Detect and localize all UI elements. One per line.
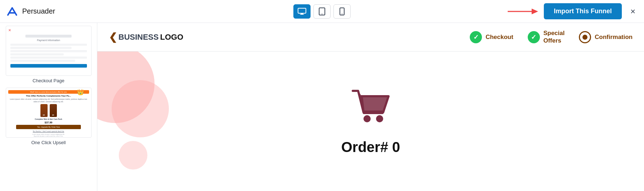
steps-nav: ✓ Checkout ✓ Special Offers Confi xyxy=(470,30,633,44)
thumb-payment-label: Payment Information xyxy=(10,39,87,41)
step-confirmation-radio-inner xyxy=(582,35,587,40)
step-confirmation: Confirmation xyxy=(579,31,633,43)
device-mobile-button[interactable] xyxy=(333,4,351,19)
upsell-cta: Yes, Upgrade My Order Now xyxy=(16,125,81,129)
sidebar-item-upsell[interactable]: 👑 Wait! here is a one time exclusive off… xyxy=(6,88,92,145)
arrow-indicator xyxy=(506,6,538,17)
step-checkout: ✓ Checkout xyxy=(470,31,513,43)
step-checkout-check-icon: ✓ xyxy=(470,31,482,43)
step-confirmation-label: Confirmation xyxy=(595,34,633,41)
svg-rect-2 xyxy=(300,14,304,15)
step-special-offers: ✓ Special Offers xyxy=(528,30,565,44)
upsell-desc: Lorem ipsum dolor sit amet, consect adip… xyxy=(8,98,89,103)
step-special-offers-line2: Offers xyxy=(543,37,565,44)
top-bar: Persuader xyxy=(0,0,644,23)
device-desktop-button[interactable] xyxy=(293,4,311,19)
content-body: Order# 0 xyxy=(97,52,644,191)
svg-rect-0 xyxy=(298,8,306,13)
main-layout: ✕ Payment Information Checkout Page xyxy=(0,23,644,191)
step-special-offers-check-icon: ✓ xyxy=(528,31,540,43)
arrow-icon xyxy=(506,6,538,17)
blob-small xyxy=(119,141,147,170)
svg-point-6 xyxy=(342,14,342,14)
upsell-price: $37.99 xyxy=(45,121,52,124)
blob-medium xyxy=(112,80,169,137)
business-logo: ❮ BUSINESS LOGO xyxy=(109,31,183,43)
confirmation-content: Order# 0 xyxy=(341,87,400,155)
upsell-product-label: Complete Skin & Hair Care Pack xyxy=(35,118,62,120)
app-logo-icon xyxy=(6,5,19,18)
order-number: Order# 0 xyxy=(341,139,400,155)
svg-point-4 xyxy=(322,14,322,14)
thumb-close-icon: ✕ xyxy=(8,28,11,32)
step-special-offers-label: Special Offers xyxy=(543,30,565,44)
upsell-title: This Offer Perfectly Complements Your Pu… xyxy=(25,95,73,97)
upsell-decline-link: No thanks, I don't want special deal thi… xyxy=(33,130,64,132)
sidebar-item-checkout[interactable]: ✕ Payment Information Checkout Page xyxy=(6,26,92,83)
device-selector xyxy=(293,4,351,19)
checkout-thumb: ✕ Payment Information xyxy=(6,26,92,76)
logo-area: Persuader xyxy=(6,5,77,18)
blob-decoration xyxy=(97,52,212,191)
crown-icon: 👑 xyxy=(77,89,84,96)
svg-point-10 xyxy=(364,115,371,122)
checkout-page-label: Checkout Page xyxy=(33,78,64,83)
logo-chevron-icon: ❮ xyxy=(109,31,117,43)
logo-text-business: BUSINESS xyxy=(118,33,158,42)
upsell-page-label: One Click Upsell xyxy=(31,140,65,145)
content-area: ❮ BUSINESS LOGO ✓ Checkout ✓ Special Off… xyxy=(97,23,644,191)
svg-point-11 xyxy=(376,115,383,122)
device-tablet-button[interactable] xyxy=(313,4,331,19)
close-button[interactable]: × xyxy=(628,5,638,18)
import-funnel-button[interactable]: Import This Funnel xyxy=(544,3,622,19)
sidebar: ✕ Payment Information Checkout Page xyxy=(0,23,97,191)
right-actions: Import This Funnel × xyxy=(506,3,638,19)
logo-text-logo: LOGO xyxy=(160,33,183,42)
app-name: Persuader xyxy=(22,7,55,15)
content-header: ❮ BUSINESS LOGO ✓ Checkout ✓ Special Off… xyxy=(97,23,644,52)
svg-marker-8 xyxy=(532,9,538,14)
svg-rect-1 xyxy=(301,14,303,14)
cart-icon xyxy=(349,87,392,132)
step-special-offers-line1: Special xyxy=(543,30,565,37)
step-confirmation-radio-icon xyxy=(579,31,591,43)
upsell-thumb: 👑 Wait! here is a one time exclusive off… xyxy=(6,88,92,138)
step-checkout-label: Checkout xyxy=(486,34,513,41)
upsell-products: AB AB xyxy=(40,104,57,117)
upsell-footer: Lorem ipsum dolor sit amet, consect adip… xyxy=(32,133,64,137)
